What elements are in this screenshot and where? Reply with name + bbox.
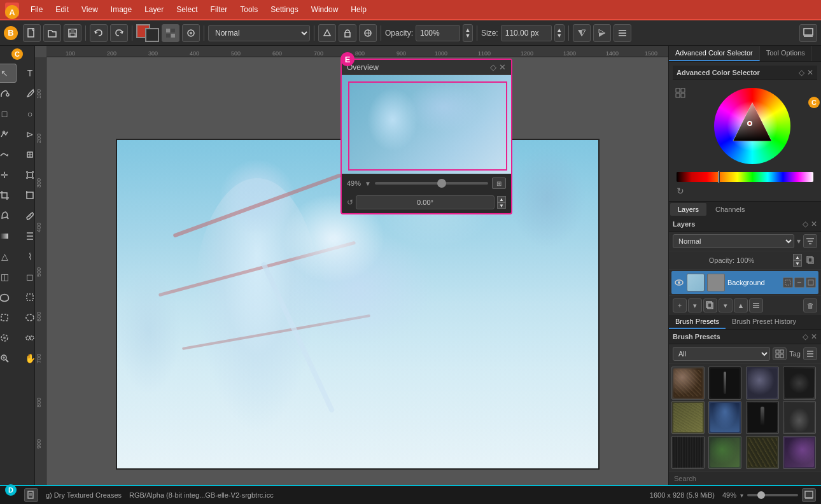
blend-mode-select[interactable]: Normal bbox=[208, 25, 310, 41]
opacity-input[interactable] bbox=[416, 25, 460, 41]
layer-action-1[interactable] bbox=[783, 277, 793, 288]
tab-brush-preset-history[interactable]: Brush Preset History bbox=[726, 315, 803, 329]
brush-list-btn[interactable] bbox=[803, 347, 817, 360]
overview-preview[interactable] bbox=[342, 75, 511, 174]
tool-cage[interactable] bbox=[18, 288, 35, 307]
brush-item-5[interactable] bbox=[671, 401, 705, 434]
menu-edit[interactable]: Edit bbox=[50, 3, 74, 16]
layer-up-btn[interactable]: ▲ bbox=[734, 298, 748, 312]
tool-rect[interactable]: □ bbox=[0, 104, 17, 123]
brush-item-10[interactable] bbox=[708, 436, 741, 469]
menu-layer[interactable]: Layer bbox=[139, 3, 169, 16]
overview-zoom-thumb[interactable] bbox=[437, 179, 446, 188]
tab-brush-presets[interactable]: Brush Presets bbox=[669, 315, 726, 329]
tool-path[interactable] bbox=[0, 125, 17, 144]
tool-freebrush[interactable] bbox=[0, 145, 17, 164]
layer-delete-btn[interactable]: 🗑 bbox=[803, 298, 817, 312]
menu-file[interactable]: File bbox=[25, 3, 48, 16]
status-zoom-down-arrow[interactable]: ▾ bbox=[740, 492, 743, 499]
tool-move[interactable]: ✛ bbox=[0, 165, 17, 185]
opacity-spin-up[interactable]: ▲ bbox=[793, 254, 802, 260]
menu-settings[interactable]: Settings bbox=[265, 3, 303, 16]
overview-close-btn[interactable]: ✕ bbox=[499, 62, 506, 72]
color-selector-close[interactable]: ✕ bbox=[807, 68, 813, 77]
size-input[interactable] bbox=[501, 25, 552, 41]
rot-spin-up[interactable]: ▲ bbox=[497, 196, 506, 202]
menu-filter[interactable]: Filter bbox=[206, 3, 233, 16]
color-hue-strip[interactable] bbox=[677, 172, 813, 182]
tool-polygon[interactable]: △ bbox=[0, 247, 17, 266]
mirror-v-btn[interactable] bbox=[593, 24, 611, 42]
menu-view[interactable]: View bbox=[76, 3, 103, 16]
rot-spin-down[interactable]: ▼ bbox=[497, 202, 506, 209]
menu-help[interactable]: Help bbox=[346, 3, 372, 16]
layer-down-btn[interactable]: ▾ bbox=[719, 298, 733, 312]
layer-item-background[interactable]: Background bbox=[671, 271, 818, 294]
brush-view-btn[interactable] bbox=[773, 347, 787, 360]
status-canvas-btn[interactable] bbox=[802, 488, 816, 502]
color-pair[interactable] bbox=[136, 24, 159, 42]
tool-text[interactable]: T bbox=[18, 64, 35, 83]
brush-item-12[interactable] bbox=[783, 436, 816, 469]
tool-crop[interactable] bbox=[0, 186, 17, 205]
tool-smart[interactable] bbox=[18, 145, 35, 164]
layers-close[interactable]: ✕ bbox=[811, 220, 817, 228]
layer-add-dropdown[interactable]: ▾ bbox=[688, 298, 702, 312]
brush-item-4[interactable] bbox=[783, 367, 816, 400]
brush-item-6[interactable] bbox=[708, 401, 741, 434]
layer-visibility-toggle[interactable] bbox=[674, 277, 684, 288]
tool-multibrush[interactable]: ⊳ bbox=[18, 125, 35, 144]
tab-layers[interactable]: Layers bbox=[670, 203, 706, 216]
tab-color-selector[interactable]: Advanced Color Selector bbox=[669, 46, 760, 61]
undo-button[interactable] bbox=[90, 24, 108, 42]
color-refresh-icon[interactable]: ↻ bbox=[677, 186, 684, 196]
overview-rotation-icon[interactable]: ↺ bbox=[347, 198, 353, 207]
brush-item-3[interactable] bbox=[746, 367, 779, 400]
erase-btn[interactable] bbox=[318, 24, 336, 42]
size-spin[interactable]: ▲ ▼ bbox=[554, 24, 565, 42]
layer-duplicate-btn[interactable] bbox=[703, 298, 717, 312]
brush-item-1[interactable] bbox=[671, 367, 705, 400]
tool-smart2[interactable] bbox=[18, 227, 35, 246]
tool-crop2[interactable] bbox=[18, 186, 35, 205]
overview-zoom-down[interactable]: ▼ bbox=[365, 180, 371, 187]
color-wheel[interactable] bbox=[714, 88, 790, 164]
overview-rotation-field[interactable]: 0.00° bbox=[356, 195, 495, 209]
tool-select[interactable]: ↖ bbox=[0, 64, 17, 83]
workspace-btn[interactable] bbox=[799, 24, 817, 42]
color-selector-grid-icon[interactable] bbox=[675, 88, 687, 99]
tab-channels[interactable]: Channels bbox=[708, 203, 752, 216]
new-button[interactable] bbox=[23, 24, 41, 42]
tool-fill[interactable] bbox=[0, 206, 17, 225]
opacity-spin-up[interactable]: ▲ ▼ bbox=[463, 24, 473, 42]
tool-eyedrop[interactable] bbox=[18, 206, 35, 225]
status-zoom-slider[interactable] bbox=[747, 494, 798, 496]
tool-rectsel[interactable] bbox=[0, 308, 17, 327]
canvas-area[interactable]: 100 200 300 400 500 600 700 800 900 1000… bbox=[35, 46, 668, 485]
layers-blend-select[interactable]: Normal bbox=[673, 234, 794, 248]
more-options-btn[interactable] bbox=[614, 24, 631, 42]
layer-action-2[interactable] bbox=[794, 277, 804, 288]
brush-filter-select[interactable]: All Painting Blending bbox=[673, 347, 770, 361]
tool-brush[interactable] bbox=[18, 84, 35, 103]
layers-filter-btn[interactable] bbox=[803, 234, 817, 248]
overview-grid-btn[interactable]: ⊞ bbox=[492, 178, 506, 189]
tool-contsel[interactable] bbox=[0, 328, 17, 347]
wrap-around-btn[interactable] bbox=[359, 24, 377, 42]
brush-presets-close[interactable]: ✕ bbox=[811, 332, 817, 341]
tool-fill2[interactable]: ◫ bbox=[0, 267, 17, 286]
tool-magnify[interactable] bbox=[0, 349, 17, 368]
tool-pan[interactable]: ✋ bbox=[18, 349, 35, 368]
color-selector-pin[interactable]: ◇ bbox=[799, 68, 804, 77]
tool-gradient[interactable] bbox=[0, 227, 17, 246]
tool-freehand[interactable] bbox=[0, 84, 17, 103]
layer-action-3[interactable] bbox=[806, 277, 816, 288]
tool-ellipse[interactable]: ○ bbox=[18, 104, 35, 123]
tab-tool-options[interactable]: Tool Options bbox=[760, 46, 812, 61]
brush-item-8[interactable] bbox=[783, 401, 816, 434]
pattern-btn[interactable] bbox=[162, 24, 179, 42]
brush-item-7[interactable] bbox=[746, 401, 779, 434]
menu-tools[interactable]: Tools bbox=[235, 3, 263, 16]
layer-add-btn[interactable]: + bbox=[673, 298, 687, 312]
brush-item-9[interactable] bbox=[671, 436, 705, 469]
